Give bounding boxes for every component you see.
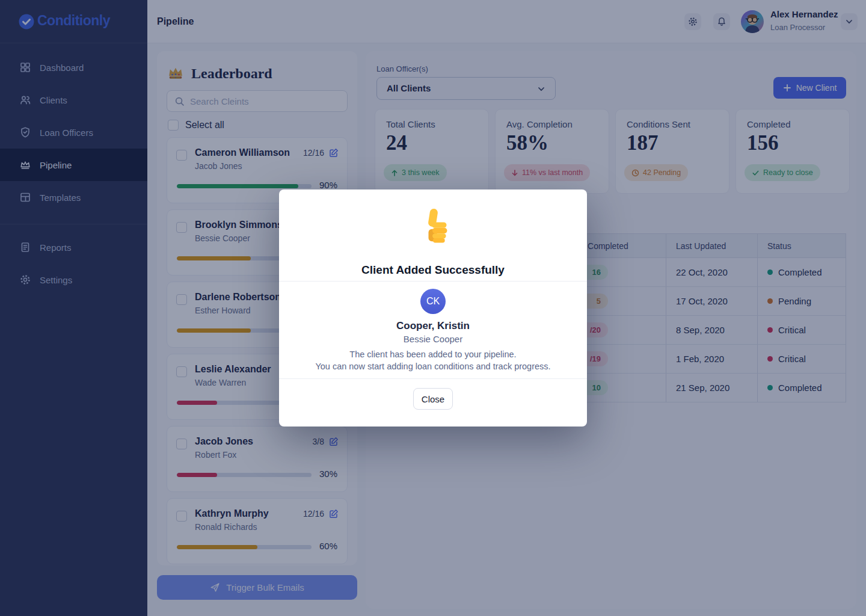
modal-divider [279, 281, 587, 282]
modal-client-officer: Bessie Cooper [279, 334, 587, 344]
modal-client-name: Cooper, Kristin [279, 320, 587, 332]
modal-description-line1: The client has been added to your pipeli… [279, 350, 587, 359]
client-added-modal: Client Added Successfully CK Cooper, Kri… [279, 189, 587, 427]
app-root: Conditionly Dashboard Clients Loan Offic… [0, 0, 866, 616]
close-button[interactable]: Close [413, 388, 453, 410]
thumbs-up-emoji [415, 206, 451, 245]
client-initials-avatar: CK [420, 289, 446, 314]
modal-divider [279, 378, 587, 379]
modal-description-line2: You can now start adding loan conditions… [279, 362, 587, 371]
modal-title: Client Added Successfully [279, 263, 587, 277]
